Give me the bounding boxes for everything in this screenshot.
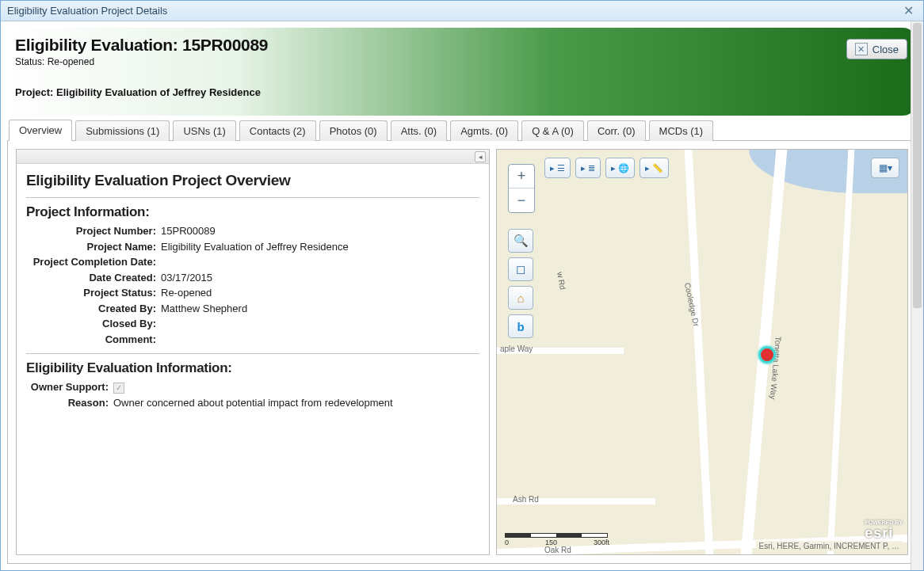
window-title: Eligibility Evaluation Project Details [7, 5, 167, 17]
window-close-icon[interactable]: ✕ [900, 3, 917, 18]
basemap-tool[interactable]: ▸ 🌐 [605, 158, 635, 178]
row-completion-date: Project Completion Date: [26, 254, 479, 270]
row-project-name: Project Name: Eligibility Evaluation of … [26, 239, 479, 255]
street-label: Oak Rd [544, 546, 571, 554]
row-closed-by: Closed By: [26, 316, 479, 332]
section-project-info: Project Information: [26, 204, 479, 220]
bing-icon[interactable]: b [508, 314, 533, 338]
row-comment: Comment: [26, 332, 479, 348]
tab-corr[interactable]: Corr. (0) [587, 120, 646, 141]
zoom-in-button[interactable]: + [509, 165, 534, 188]
scrollbar-thumb[interactable] [913, 23, 922, 308]
zoom-controls: + − [508, 164, 535, 213]
map-road [685, 150, 714, 554]
panel-body: Eligibility Evaluation Project Overview … [17, 164, 489, 418]
map-panel[interactable]: Cooledge Dr Tonetta Lake Way aple Way As… [496, 149, 908, 555]
home-icon[interactable]: ⌂ [508, 286, 533, 310]
collapse-icon[interactable]: ◂ [475, 151, 486, 162]
tabstrip: Overview Submissions (1) USNs (1) Contac… [7, 119, 917, 141]
tab-qa[interactable]: Q & A (0) [521, 120, 584, 141]
map-canvas[interactable]: Cooledge Dr Tonetta Lake Way aple Way As… [497, 150, 907, 554]
map-road [827, 150, 855, 554]
street-label: Tonetta Lake Way [769, 336, 783, 399]
row-project-status: Project Status: Re-opened [26, 285, 479, 301]
layers-tool[interactable]: ▸ ☰ [544, 158, 571, 178]
map-marker-icon[interactable] [758, 346, 776, 364]
tab-photos[interactable]: Photos (0) [319, 120, 388, 141]
tab-usns[interactable]: USNs (1) [173, 120, 235, 141]
window-titlebar: Eligibility Evaluation Project Details ✕ [1, 1, 923, 21]
content-area: ◂ Eligibility Evaluation Project Overvie… [7, 141, 917, 564]
street-label: Ash Rd [513, 495, 539, 504]
legend-tool[interactable]: ▸ ≣ [575, 158, 601, 178]
row-project-number: Project Number: 15PR00089 [26, 223, 479, 239]
map-tool-column: 🔍 ◻ ⌂ b [508, 229, 533, 338]
street-label: aple Way [500, 345, 533, 353]
close-icon: ✕ [855, 43, 868, 55]
basemap-gallery-icon[interactable]: ▦▾ [871, 158, 899, 178]
row-reason: Reason: Owner concerned about potential … [26, 395, 479, 411]
divider [26, 353, 479, 354]
project-details-window: Eligibility Evaluation Project Details ✕… [0, 0, 924, 571]
map-top-tools: ▸ ☰ ▸ ≣ ▸ 🌐 ▸ 📏 [544, 158, 669, 178]
measure-tool[interactable]: ▸ 📏 [640, 158, 669, 178]
tab-atts[interactable]: Atts. (0) [391, 120, 448, 141]
overview-panel: ◂ Eligibility Evaluation Project Overvie… [16, 149, 490, 555]
row-date-created: Date Created: 03/17/2015 [26, 270, 479, 286]
tab-mcds[interactable]: MCDs (1) [649, 120, 714, 141]
status-line: Status: Re-opened [15, 56, 906, 67]
street-label: w Rd [556, 271, 567, 290]
page-title: Eligibility Evaluation: 15PR00089 [15, 36, 906, 55]
panel-toolbar: ◂ [17, 150, 489, 164]
overview-heading: Eligibility Evaluation Project Overview [26, 172, 479, 189]
esri-logo: POWERED BY esri [865, 520, 903, 542]
project-line: Project: Eligibility Evaluation of Jeffr… [15, 86, 906, 98]
divider [26, 197, 479, 198]
header-band: Eligibility Evaluation: 15PR00089 Status… [7, 28, 917, 116]
map-scalebar: 0 150 300ft [505, 533, 609, 546]
zoom-rect-icon[interactable]: 🔍 [508, 229, 533, 253]
tab-overview[interactable]: Overview [9, 120, 72, 141]
row-created-by: Created By: Matthew Shepherd [26, 301, 479, 317]
window-scrollbar[interactable] [911, 21, 923, 570]
row-owner-support: Owner Support: ✓ [26, 379, 479, 395]
zoom-out-button[interactable]: − [509, 188, 534, 212]
close-button[interactable]: ✕ Close [846, 39, 907, 59]
full-extent-icon[interactable]: ◻ [508, 257, 533, 281]
section-eligibility-info: Eligibility Evaluation Information: [26, 360, 479, 376]
owner-support-checkbox: ✓ [113, 383, 124, 394]
map-attribution: Esri, HERE, Garmin, INCREMENT P, … [756, 541, 903, 551]
tab-contacts[interactable]: Contacts (2) [239, 120, 316, 141]
tab-agmts[interactable]: Agmts. (0) [450, 120, 518, 141]
tab-submissions[interactable]: Submissions (1) [75, 120, 170, 141]
